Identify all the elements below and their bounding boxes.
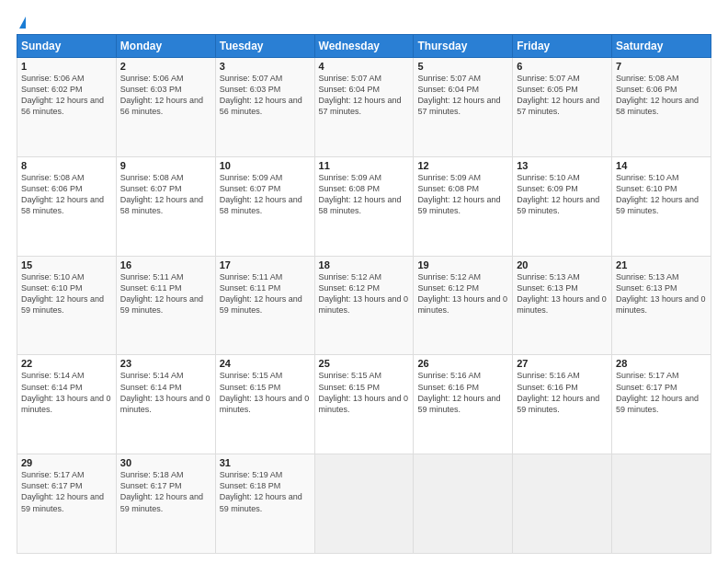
- day-number: 21: [616, 259, 707, 270]
- day-number: 10: [220, 160, 311, 171]
- day-info: Sunrise: 5:10 AMSunset: 6:09 PMDaylight:…: [517, 172, 608, 217]
- day-number: 28: [616, 358, 707, 369]
- calendar-table: Sunday Monday Tuesday Wednesday Thursday…: [17, 34, 711, 554]
- day-number: 20: [517, 259, 608, 270]
- day-number: 22: [21, 358, 112, 369]
- calendar-cell: 6Sunrise: 5:07 AMSunset: 6:05 PMDaylight…: [513, 58, 612, 157]
- day-info: Sunrise: 5:18 AMSunset: 6:17 PMDaylight:…: [120, 469, 211, 514]
- calendar-cell: 23Sunrise: 5:14 AMSunset: 6:14 PMDayligh…: [116, 355, 215, 454]
- day-info: Sunrise: 5:08 AMSunset: 6:06 PMDaylight:…: [21, 172, 112, 217]
- day-info: Sunrise: 5:11 AMSunset: 6:11 PMDaylight:…: [220, 271, 311, 316]
- calendar-cell: 16Sunrise: 5:11 AMSunset: 6:11 PMDayligh…: [116, 256, 215, 355]
- col-wednesday: Wednesday: [314, 35, 414, 58]
- day-number: 25: [319, 358, 410, 369]
- day-number: 3: [220, 61, 311, 72]
- day-info: Sunrise: 5:15 AMSunset: 6:15 PMDaylight:…: [319, 370, 410, 415]
- day-info: Sunrise: 5:12 AMSunset: 6:12 PMDaylight:…: [417, 271, 508, 316]
- day-number: 29: [21, 457, 112, 468]
- calendar-cell: 17Sunrise: 5:11 AMSunset: 6:11 PMDayligh…: [215, 256, 314, 355]
- calendar-cell: 10Sunrise: 5:09 AMSunset: 6:07 PMDayligh…: [215, 156, 314, 256]
- day-number: 13: [517, 160, 608, 171]
- calendar-cell: 11Sunrise: 5:09 AMSunset: 6:08 PMDayligh…: [314, 156, 414, 256]
- calendar-week-row: 22Sunrise: 5:14 AMSunset: 6:14 PMDayligh…: [17, 355, 711, 454]
- calendar-cell: 3Sunrise: 5:07 AMSunset: 6:03 PMDaylight…: [215, 58, 314, 157]
- day-number: 9: [120, 160, 211, 171]
- day-number: 18: [319, 259, 410, 270]
- day-number: 15: [21, 259, 112, 270]
- day-number: 24: [220, 358, 311, 369]
- calendar-cell: 14Sunrise: 5:10 AMSunset: 6:10 PMDayligh…: [612, 156, 711, 256]
- day-number: 30: [120, 457, 211, 468]
- day-number: 23: [120, 358, 211, 369]
- day-number: 8: [21, 160, 112, 171]
- calendar-cell: 2Sunrise: 5:06 AMSunset: 6:03 PMDaylight…: [116, 58, 215, 157]
- col-tuesday: Tuesday: [215, 35, 314, 58]
- calendar-cell: 12Sunrise: 5:09 AMSunset: 6:08 PMDayligh…: [414, 156, 513, 256]
- calendar-cell: 19Sunrise: 5:12 AMSunset: 6:12 PMDayligh…: [414, 256, 513, 355]
- day-info: Sunrise: 5:14 AMSunset: 6:14 PMDaylight:…: [21, 370, 112, 415]
- col-saturday: Saturday: [612, 35, 711, 58]
- day-info: Sunrise: 5:19 AMSunset: 6:18 PMDaylight:…: [220, 469, 311, 514]
- day-info: Sunrise: 5:07 AMSunset: 6:04 PMDaylight:…: [417, 73, 508, 118]
- logo-triangle-icon: [19, 17, 26, 29]
- calendar-header-row: Sunday Monday Tuesday Wednesday Thursday…: [17, 35, 711, 58]
- day-info: Sunrise: 5:07 AMSunset: 6:05 PMDaylight:…: [517, 73, 608, 118]
- col-sunday: Sunday: [17, 35, 117, 58]
- calendar-cell: [414, 454, 513, 554]
- day-info: Sunrise: 5:16 AMSunset: 6:16 PMDaylight:…: [517, 370, 608, 415]
- calendar-week-row: 29Sunrise: 5:17 AMSunset: 6:17 PMDayligh…: [17, 454, 711, 554]
- calendar-cell: 15Sunrise: 5:10 AMSunset: 6:10 PMDayligh…: [17, 256, 117, 355]
- calendar-cell: 21Sunrise: 5:13 AMSunset: 6:13 PMDayligh…: [612, 256, 711, 355]
- day-number: 14: [616, 160, 707, 171]
- day-number: 26: [417, 358, 508, 369]
- day-number: 16: [120, 259, 211, 270]
- day-number: 31: [220, 457, 311, 468]
- day-info: Sunrise: 5:11 AMSunset: 6:11 PMDaylight:…: [120, 271, 211, 316]
- calendar-cell: 29Sunrise: 5:17 AMSunset: 6:17 PMDayligh…: [17, 454, 117, 554]
- col-monday: Monday: [116, 35, 215, 58]
- calendar-cell: 8Sunrise: 5:08 AMSunset: 6:06 PMDaylight…: [17, 156, 117, 256]
- day-info: Sunrise: 5:08 AMSunset: 6:07 PMDaylight:…: [120, 172, 211, 217]
- day-info: Sunrise: 5:09 AMSunset: 6:07 PMDaylight:…: [220, 172, 311, 217]
- day-info: Sunrise: 5:15 AMSunset: 6:15 PMDaylight:…: [220, 370, 311, 415]
- calendar-cell: 25Sunrise: 5:15 AMSunset: 6:15 PMDayligh…: [314, 355, 414, 454]
- calendar-cell: 31Sunrise: 5:19 AMSunset: 6:18 PMDayligh…: [215, 454, 314, 554]
- calendar-week-row: 1Sunrise: 5:06 AMSunset: 6:02 PMDaylight…: [17, 58, 711, 157]
- day-info: Sunrise: 5:17 AMSunset: 6:17 PMDaylight:…: [21, 469, 112, 514]
- day-number: 7: [616, 61, 707, 72]
- day-info: Sunrise: 5:07 AMSunset: 6:03 PMDaylight:…: [220, 73, 311, 118]
- day-info: Sunrise: 5:12 AMSunset: 6:12 PMDaylight:…: [319, 271, 410, 316]
- calendar-cell: 22Sunrise: 5:14 AMSunset: 6:14 PMDayligh…: [17, 355, 117, 454]
- day-info: Sunrise: 5:14 AMSunset: 6:14 PMDaylight:…: [120, 370, 211, 415]
- day-number: 12: [417, 160, 508, 171]
- day-info: Sunrise: 5:09 AMSunset: 6:08 PMDaylight:…: [319, 172, 410, 217]
- day-info: Sunrise: 5:06 AMSunset: 6:03 PMDaylight:…: [120, 73, 211, 118]
- day-info: Sunrise: 5:09 AMSunset: 6:08 PMDaylight:…: [417, 172, 508, 217]
- calendar-cell: 13Sunrise: 5:10 AMSunset: 6:09 PMDayligh…: [513, 156, 612, 256]
- day-number: 1: [21, 61, 112, 72]
- day-number: 27: [517, 358, 608, 369]
- calendar-week-row: 8Sunrise: 5:08 AMSunset: 6:06 PMDaylight…: [17, 156, 711, 256]
- calendar-cell: 28Sunrise: 5:17 AMSunset: 6:17 PMDayligh…: [612, 355, 711, 454]
- calendar-cell: 7Sunrise: 5:08 AMSunset: 6:06 PMDaylight…: [612, 58, 711, 157]
- day-number: 19: [417, 259, 508, 270]
- day-number: 2: [120, 61, 211, 72]
- day-info: Sunrise: 5:08 AMSunset: 6:06 PMDaylight:…: [616, 73, 707, 118]
- day-number: 6: [517, 61, 608, 72]
- calendar-cell: 27Sunrise: 5:16 AMSunset: 6:16 PMDayligh…: [513, 355, 612, 454]
- calendar-cell: [612, 454, 711, 554]
- day-number: 17: [220, 259, 311, 270]
- calendar-cell: 18Sunrise: 5:12 AMSunset: 6:12 PMDayligh…: [314, 256, 414, 355]
- calendar-cell: [513, 454, 612, 554]
- day-info: Sunrise: 5:07 AMSunset: 6:04 PMDaylight:…: [319, 73, 410, 118]
- calendar-cell: [314, 454, 414, 554]
- calendar-week-row: 15Sunrise: 5:10 AMSunset: 6:10 PMDayligh…: [17, 256, 711, 355]
- day-number: 4: [319, 61, 410, 72]
- day-number: 5: [417, 61, 508, 72]
- day-info: Sunrise: 5:06 AMSunset: 6:02 PMDaylight:…: [21, 73, 112, 118]
- day-info: Sunrise: 5:13 AMSunset: 6:13 PMDaylight:…: [517, 271, 608, 316]
- day-info: Sunrise: 5:10 AMSunset: 6:10 PMDaylight:…: [616, 172, 707, 217]
- calendar-cell: 1Sunrise: 5:06 AMSunset: 6:02 PMDaylight…: [17, 58, 117, 157]
- calendar-cell: 5Sunrise: 5:07 AMSunset: 6:04 PMDaylight…: [414, 58, 513, 157]
- col-friday: Friday: [513, 35, 612, 58]
